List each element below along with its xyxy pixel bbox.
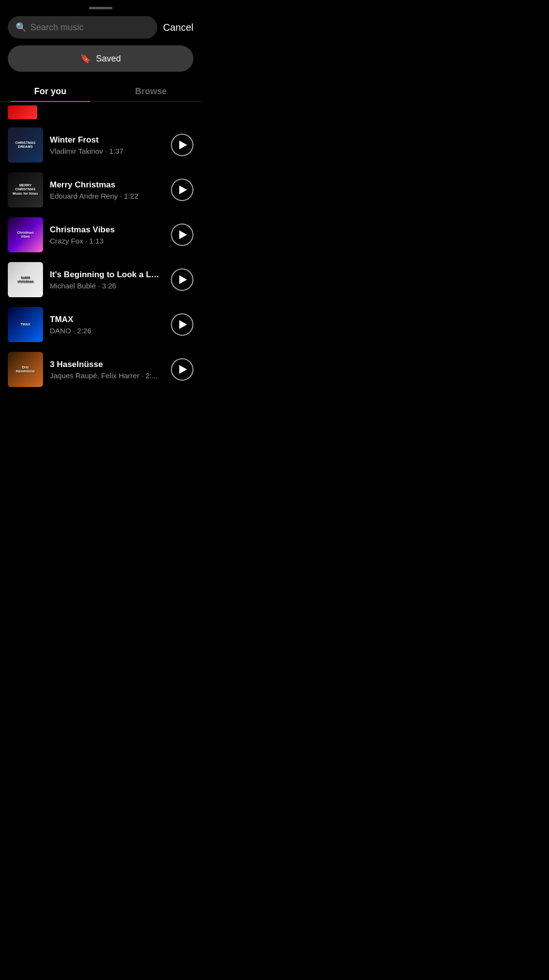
saved-label: Saved xyxy=(96,54,121,64)
play-icon xyxy=(179,275,187,284)
track-album-art: CHRISTMASDREAMS xyxy=(8,127,43,163)
album-art-label: MERRYCHRISTMASMusic for Xmas xyxy=(10,184,42,196)
track-info: Christmas Vibes Crazy Fox · 1:13 xyxy=(50,225,164,245)
cancel-button[interactable]: Cancel xyxy=(163,22,193,33)
play-button[interactable] xyxy=(171,179,193,201)
track-meta: Jaques Raupé, Felix Harrer · 2:... xyxy=(50,371,164,380)
track-list: CHRISTMASDREAMS Winter Frost Vladimir Ta… xyxy=(0,122,201,392)
handle-bar xyxy=(89,7,112,9)
search-row: 🔍 Cancel xyxy=(0,16,201,45)
play-button[interactable] xyxy=(171,224,193,246)
play-button[interactable] xyxy=(171,313,193,336)
album-art-label: CHRISTMASDREAMS xyxy=(10,141,42,149)
track-meta: Crazy Fox · 1:13 xyxy=(50,237,164,245)
play-button[interactable] xyxy=(171,358,193,381)
track-item[interactable]: CHRISTMASDREAMS Winter Frost Vladimir Ta… xyxy=(0,122,201,167)
play-icon xyxy=(179,185,187,194)
track-item[interactable]: TMAX TMAX DANO · 2:26 xyxy=(0,302,201,347)
track-meta: Edouard Andre Reny · 1:22 xyxy=(50,192,164,200)
track-album-art: MERRYCHRISTMASMusic for Xmas xyxy=(8,172,43,207)
partial-thumb xyxy=(8,105,37,119)
track-info: It's Beginning to Look a Lot like C... M… xyxy=(50,270,164,290)
sheet-handle xyxy=(0,0,201,16)
tabs-row: For you Browse xyxy=(0,81,201,102)
track-info: Merry Christmas Edouard Andre Reny · 1:2… xyxy=(50,180,164,200)
track-title: 3 Haselnüsse xyxy=(50,360,164,369)
album-art-label: TMAX xyxy=(10,323,42,327)
search-input[interactable] xyxy=(30,22,149,33)
track-info: TMAX DANO · 2:26 xyxy=(50,315,164,335)
saved-button[interactable]: 🔖 Saved xyxy=(8,45,193,72)
play-icon xyxy=(179,320,187,329)
play-button[interactable] xyxy=(171,134,193,156)
play-icon xyxy=(179,141,187,149)
play-icon xyxy=(179,365,187,374)
album-art-label: bubléchristmas xyxy=(10,276,42,284)
track-item[interactable]: bubléchristmas It's Beginning to Look a … xyxy=(0,257,201,302)
track-meta: DANO · 2:26 xyxy=(50,327,164,335)
track-info: 3 Haselnüsse Jaques Raupé, Felix Harrer … xyxy=(50,360,164,380)
track-album-art: bubléchristmas xyxy=(8,262,43,297)
track-info: Winter Frost Vladimir Takinov · 1:37 xyxy=(50,135,164,155)
track-title: Merry Christmas xyxy=(50,180,164,190)
track-title: Christmas Vibes xyxy=(50,225,164,235)
search-icon: 🔍 xyxy=(16,22,26,33)
track-item[interactable]: ChristmasVibes Christmas Vibes Crazy Fox… xyxy=(0,212,201,257)
album-art-label: ChristmasVibes xyxy=(10,231,42,239)
play-button[interactable] xyxy=(171,268,193,291)
track-item[interactable]: MERRYCHRISTMASMusic for Xmas Merry Chris… xyxy=(0,167,201,212)
track-album-art: TMAX xyxy=(8,307,43,342)
track-title: Winter Frost xyxy=(50,135,164,145)
search-bar[interactable]: 🔍 xyxy=(8,16,157,39)
tab-for-you[interactable]: For you xyxy=(0,81,101,102)
track-title: It's Beginning to Look a Lot like C... xyxy=(50,270,164,280)
track-album-art: ChristmasVibes xyxy=(8,217,43,252)
track-meta: Vladimir Takinov · 1:37 xyxy=(50,147,164,155)
track-album-art: DreiHaselnüsse xyxy=(8,352,43,387)
play-icon xyxy=(179,230,187,239)
album-art-label: DreiHaselnüsse xyxy=(10,366,42,374)
partial-item xyxy=(0,102,201,122)
track-title: TMAX xyxy=(50,315,164,325)
bookmark-icon: 🔖 xyxy=(80,53,91,64)
track-item[interactable]: DreiHaselnüsse 3 Haselnüsse Jaques Raupé… xyxy=(0,347,201,392)
track-meta: Michael Bublé · 3:26 xyxy=(50,282,164,290)
tab-browse[interactable]: Browse xyxy=(101,81,201,102)
